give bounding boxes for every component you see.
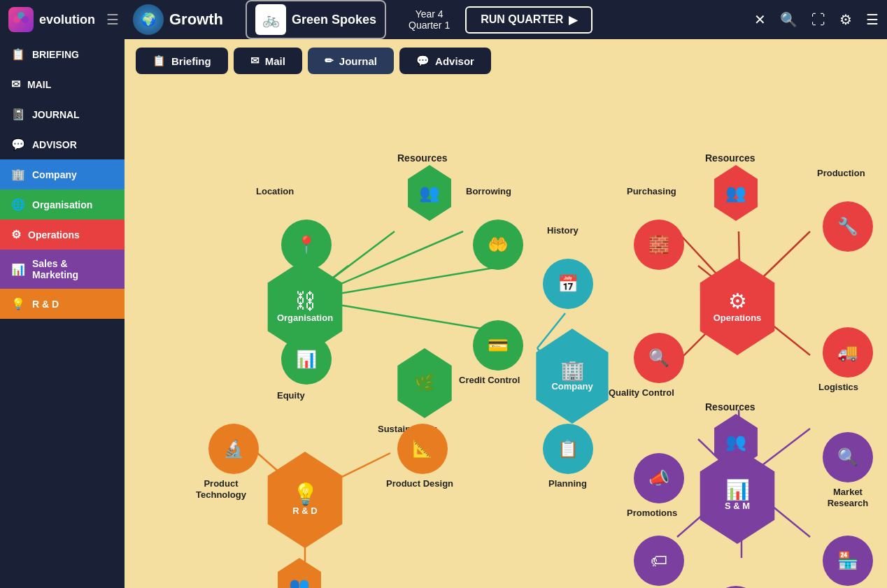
company-name: Green Spokes	[292, 13, 376, 27]
sustainability-node[interactable]: 🌿	[393, 348, 456, 418]
sidebar-item-advisor[interactable]: 💬 ADVISOR	[0, 129, 125, 159]
company-badge: 🚲 Green Spokes	[246, 0, 386, 39]
location-node[interactable]: 📍	[281, 220, 332, 270]
history-node[interactable]: 📅	[543, 259, 593, 309]
sidebar-item-briefing[interactable]: 📋 BRIEFING	[0, 39, 125, 69]
promotions-label: Promotions	[627, 508, 677, 519]
equity-label: Equity	[277, 390, 305, 401]
resources-ops-node[interactable]: 👥	[711, 165, 761, 221]
history-label: History	[547, 225, 579, 236]
tab-mail[interactable]: ✉ Mail	[234, 48, 302, 74]
production-node[interactable]: 🔧	[823, 201, 873, 252]
sidebar-item-sales-marketing[interactable]: 📊 Sales & Marketing	[0, 250, 125, 289]
sales-icon: 📊	[11, 263, 25, 276]
advisor-icon: 💬	[11, 138, 25, 151]
location-label: Location	[256, 186, 294, 197]
growth-badge: 🌍 Growth	[133, 4, 223, 35]
resources-org-label: Resources	[397, 152, 448, 164]
hamburger-icon[interactable]: ☰	[866, 11, 879, 28]
resources-sm-label: Resources	[705, 401, 755, 413]
settings-icon[interactable]: ⚙	[839, 11, 852, 28]
sidebar-item-company[interactable]: 🏢 Company	[0, 159, 125, 189]
topbar: evolution ☰ 🌍 Growth 🚲 Green Spokes Year…	[0, 0, 887, 39]
purchasing-label: Purchasing	[627, 186, 676, 197]
equity-node[interactable]: 📊	[281, 334, 332, 385]
logistics-node[interactable]: 🚚	[823, 327, 873, 378]
logo-text: evolution	[39, 13, 95, 27]
sidebar-item-operations[interactable]: ⚙ Operations	[0, 220, 125, 250]
quality-control-label: Quality Control	[609, 387, 674, 399]
layout-icon[interactable]: ⛶	[811, 12, 825, 28]
menu-icon[interactable]: ☰	[106, 11, 119, 28]
growth-image: 🌍	[133, 4, 164, 35]
topbar-icons: ✕ 🔍 ⛶ ⚙ ☰	[754, 11, 879, 28]
run-quarter-button[interactable]: RUN QUARTER ▶	[465, 6, 592, 34]
operations-icon: ⚙	[11, 228, 21, 241]
planning-label: Planning	[548, 478, 587, 489]
logistics-label: Logistics	[818, 382, 858, 393]
main-area: 📋 BRIEFING ✉ MAIL 📓 JOURNAL 💬 ADVISOR 🏢 …	[0, 39, 887, 588]
company-node[interactable]: 🏢 Company	[530, 329, 614, 424]
company-logo: 🚲	[255, 4, 286, 35]
rd-node[interactable]: 💡 R & D	[262, 452, 348, 548]
sidebar-item-rd[interactable]: 💡 R & D	[0, 289, 125, 319]
diagram-area: Resources 👥 ⛓ Organisation 📍 Location 🤲 …	[125, 83, 887, 588]
search-icon[interactable]: 🔍	[780, 11, 797, 28]
organisation-icon: 🌐	[11, 198, 25, 211]
tab-advisor[interactable]: 💬 Advisor	[399, 48, 491, 74]
market-research-label: Market Research	[813, 487, 883, 508]
tab-briefing[interactable]: 📋 Briefing	[136, 48, 228, 74]
sidebar-item-journal[interactable]: 📓 JOURNAL	[0, 99, 125, 129]
sidebar-item-mail[interactable]: ✉ MAIL	[0, 69, 125, 99]
sales-channels-node[interactable]: 🏪	[823, 536, 873, 586]
product-design-node[interactable]: 📐	[397, 424, 448, 474]
logo-icon	[8, 7, 34, 32]
resources-ops-label: Resources	[705, 152, 755, 164]
briefing-icon: 📋	[11, 48, 25, 61]
briefing-tab-icon: 📋	[152, 55, 166, 67]
logo-area: evolution	[8, 7, 95, 32]
sm-node[interactable]: 📊 S & M	[694, 447, 781, 544]
mail-tab-icon: ✉	[250, 55, 260, 67]
promotions-node[interactable]: 📣	[634, 453, 684, 503]
borrowing-label: Borrowing	[466, 186, 511, 197]
credit-control-label: Credit Control	[459, 375, 520, 386]
planning-node[interactable]: 📋	[543, 424, 593, 474]
advisor-tab-icon: 💬	[416, 55, 430, 67]
production-label: Production	[817, 168, 865, 179]
mail-icon: ✉	[11, 78, 20, 91]
sidebar-item-organisation[interactable]: 🌐 Organisation	[0, 189, 125, 220]
resources-org-node[interactable]: 👥	[404, 165, 455, 221]
journal-tab-icon: ✏	[325, 55, 334, 67]
product-technology-node[interactable]: 🔬	[208, 424, 259, 474]
year-info: Year 4 Quarter 1	[409, 8, 450, 31]
market-research-node[interactable]: 🔍	[823, 432, 873, 482]
resources-rd-node[interactable]: 👥	[274, 558, 325, 588]
tab-journal[interactable]: ✏ Journal	[308, 48, 394, 74]
borrowing-node[interactable]: 🤲	[473, 220, 523, 270]
sidebar: 📋 BRIEFING ✉ MAIL 📓 JOURNAL 💬 ADVISOR 🏢 …	[0, 39, 125, 588]
network-icon[interactable]: ✕	[754, 11, 766, 28]
svg-point-2	[22, 16, 29, 23]
rd-icon: 💡	[11, 297, 25, 310]
growth-label: Growth	[169, 10, 223, 29]
quality-control-node[interactable]: 🔍	[634, 333, 684, 383]
product-technology-label: Product Technology	[185, 478, 257, 500]
nav-tabs: 📋 Briefing ✉ Mail ✏ Journal 💬 Advisor	[125, 39, 887, 83]
credit-control-node[interactable]: 💳	[473, 320, 523, 371]
product-design-label: Product Design	[386, 478, 453, 489]
content-area: 📋 Briefing ✉ Mail ✏ Journal 💬 Advisor	[125, 39, 887, 588]
pricing-node[interactable]: 🏷	[634, 536, 684, 586]
operations-node[interactable]: ⚙ Operations	[694, 259, 781, 355]
journal-icon: 📓	[11, 108, 25, 121]
company-icon: 🏢	[11, 168, 25, 181]
purchasing-node[interactable]: 🧱	[634, 220, 684, 270]
